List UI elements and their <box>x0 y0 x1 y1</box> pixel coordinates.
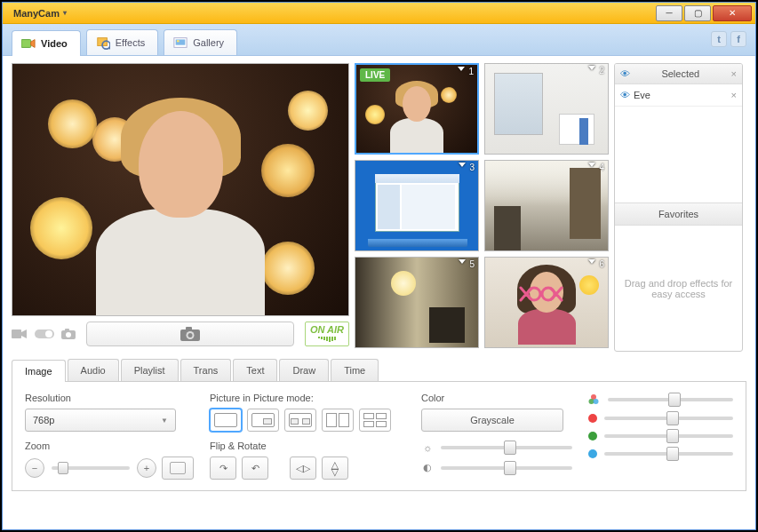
zoom-in-button[interactable]: + <box>137 458 156 478</box>
tab-gallery-label: Gallery <box>193 37 224 48</box>
app-title-menu[interactable]: ManyCam <box>6 6 74 20</box>
tab-video[interactable]: Video <box>12 30 81 56</box>
thumb-number: 4 <box>599 163 604 172</box>
facebook-icon[interactable]: f <box>730 31 746 47</box>
remove-effect-icon[interactable]: × <box>731 90 737 100</box>
svg-rect-14 <box>186 327 192 330</box>
blue-slider[interactable] <box>604 452 733 456</box>
flip-vertical-button[interactable]: ◁▷ <box>322 457 348 480</box>
video-icon <box>21 36 36 51</box>
pip-mode-corner[interactable] <box>247 409 279 432</box>
image-controls: Resolution 768p Picture in Picture mode:… <box>12 382 746 491</box>
green-icon <box>588 432 597 441</box>
pip-mode-full[interactable] <box>210 409 242 432</box>
settings-tabs: Image Audio Playlist Trans Text Draw Tim… <box>12 357 746 382</box>
twitter-icon[interactable]: t <box>711 31 727 47</box>
subtab-audio[interactable]: Audio <box>68 359 119 381</box>
thumb-number: 3 <box>469 163 475 172</box>
flip-label: Flip & Rotate <box>210 441 405 451</box>
svg-point-18 <box>542 288 555 300</box>
maximize-button[interactable]: ▢ <box>684 5 711 21</box>
zoom-out-button[interactable]: − <box>25 458 44 478</box>
grayscale-button[interactable]: Grayscale <box>421 409 563 432</box>
subtab-playlist[interactable]: Playlist <box>121 359 179 381</box>
source-thumb-3[interactable]: 3 <box>355 160 479 251</box>
svg-point-12 <box>66 332 71 337</box>
pip-mode-split-v[interactable] <box>322 409 354 432</box>
flip-horizontal-button[interactable]: ◁▷ <box>290 457 316 480</box>
source-thumb-4[interactable]: 4 <box>484 160 609 251</box>
green-slider[interactable] <box>604 434 733 438</box>
camera-icon <box>180 327 200 341</box>
source-thumb-1[interactable]: LIVE 1 <box>355 63 479 155</box>
on-air-label: ON AIR <box>310 324 344 335</box>
toggle-icon[interactable] <box>35 329 54 339</box>
eye-icon: 👁 <box>620 68 630 79</box>
tab-effects[interactable]: Effects <box>86 29 158 55</box>
contrast-icon: ◐ <box>421 462 434 473</box>
record-icon[interactable] <box>12 329 28 339</box>
close-button[interactable]: ✕ <box>713 5 752 21</box>
svg-line-3 <box>108 47 110 49</box>
titlebar: ManyCam ─ ▢ ✕ <box>3 3 755 24</box>
eye-icon[interactable]: 👁 <box>620 90 630 100</box>
selected-label: Selected <box>634 68 728 79</box>
snapshot-button[interactable] <box>86 322 294 346</box>
camera-small-icon[interactable] <box>61 329 76 339</box>
svg-rect-0 <box>21 40 31 48</box>
subtab-draw[interactable]: Draw <box>279 359 329 381</box>
red-slider[interactable] <box>604 417 733 420</box>
thumb-number: 6 <box>599 259 604 269</box>
blue-icon <box>588 449 597 458</box>
preview-toolbar: ON AIR <box>12 316 349 352</box>
subtab-text[interactable]: Text <box>233 359 277 381</box>
rgb-slider[interactable] <box>608 398 733 401</box>
tab-gallery[interactable]: Gallery <box>164 29 237 55</box>
svg-point-21 <box>594 399 599 404</box>
on-air-indicator: ON AIR <box>305 322 349 346</box>
content-area: ON AIR LIVE 1 <box>3 56 755 529</box>
source-thumb-6[interactable]: 6 <box>484 257 609 348</box>
rotate-cw-button[interactable]: ↷ <box>210 457 236 480</box>
main-video-preview[interactable] <box>12 63 349 316</box>
zoom-slider[interactable] <box>52 466 130 470</box>
brightness-slider[interactable] <box>441 446 572 449</box>
close-selected-icon[interactable]: × <box>731 68 737 79</box>
upper-section: ON AIR LIVE 1 <box>12 63 746 352</box>
source-thumb-5[interactable]: 5 <box>355 257 479 348</box>
resolution-label: Resolution <box>25 393 194 403</box>
selected-effect-item[interactable]: 👁 Eve × <box>615 84 742 107</box>
subtab-time[interactable]: Time <box>331 359 379 381</box>
contrast-slider[interactable] <box>441 466 572 470</box>
subtab-image[interactable]: Image <box>12 360 66 382</box>
minimize-button[interactable]: ─ <box>656 5 682 21</box>
social-buttons: t f <box>711 31 746 47</box>
svg-rect-11 <box>65 329 69 331</box>
rotate-ccw-button[interactable]: ↶ <box>242 457 268 480</box>
tab-effects-label: Effects <box>116 37 145 48</box>
resolution-select[interactable]: 768p <box>25 409 176 432</box>
red-icon <box>588 414 597 423</box>
effects-panel: 👁 Selected × 👁 Eve × Favorites Drag and … <box>614 63 743 352</box>
app-title-text: ManyCam <box>13 8 60 19</box>
svg-point-16 <box>188 333 192 337</box>
thumb-number: 2 <box>599 66 604 75</box>
pip-label: Picture in Picture mode: <box>210 393 405 403</box>
main-preview-column: ON AIR <box>12 63 349 352</box>
zoom-reset-button[interactable] <box>162 457 194 480</box>
live-badge: LIVE <box>360 68 390 82</box>
pip-mode-quad[interactable] <box>359 409 391 432</box>
person-placeholder <box>92 111 269 315</box>
pip-mode-dual-corner[interactable] <box>284 409 316 432</box>
thumb-number: 5 <box>469 259 475 269</box>
subtab-trans[interactable]: Trans <box>180 359 232 381</box>
zoom-label: Zoom <box>25 441 194 451</box>
favorites-header: Favorites <box>615 202 742 226</box>
svg-point-6 <box>177 40 180 43</box>
favorites-dropzone[interactable]: Drag and drop effects for easy access <box>615 226 742 351</box>
color-label: Color <box>421 393 572 403</box>
window-controls: ─ ▢ ✕ <box>656 5 752 21</box>
svg-rect-5 <box>176 39 186 44</box>
source-thumb-2[interactable]: 2 <box>484 63 609 155</box>
effects-icon <box>96 36 110 50</box>
